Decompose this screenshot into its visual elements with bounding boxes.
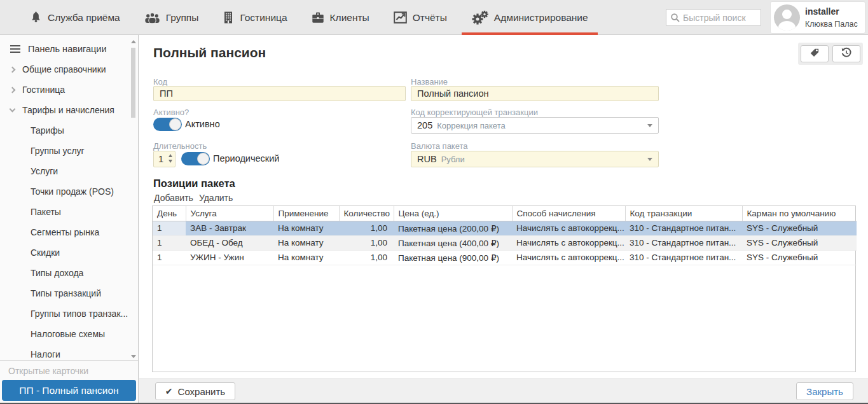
cell-service: УЖИН - Ужин (186, 250, 273, 265)
table-header-row: День Услуга Применение Количество Цена (… (153, 206, 857, 221)
currency-name: Рубли (441, 155, 465, 164)
column-header-method[interactable]: Способ начисления (512, 206, 625, 221)
column-header-day[interactable]: День (153, 206, 186, 221)
sidebar-item-common-directories[interactable]: Общие справочники (0, 59, 138, 80)
duration-stepper[interactable]: 1 (153, 151, 176, 167)
column-header-transaction[interactable]: Код транзакции (625, 206, 742, 221)
cell-day: 1 (153, 221, 186, 235)
sidebar-item-packages[interactable]: Пакеты (0, 202, 138, 222)
scroll-down-arrow[interactable] (131, 355, 136, 358)
tab-clients[interactable]: Клиенты (300, 0, 382, 35)
add-row-link[interactable]: Добавить (154, 193, 193, 203)
scroll-up-arrow[interactable] (131, 40, 136, 43)
building-icon (223, 11, 234, 24)
chevron-down-icon (10, 106, 16, 113)
tab-reports[interactable]: Отчёты (382, 0, 459, 35)
sidebar-item-transaction-types[interactable]: Типы транзакций (0, 283, 138, 303)
sidebar-item-label: Тарифы (31, 125, 64, 136)
sidebar-item-tariffs-charges[interactable]: Тарифы и начисления (0, 100, 138, 120)
delete-row-link[interactable]: Удалить (199, 193, 233, 203)
main-panel: Полный пансион Код ПП Название Полный па… (139, 35, 868, 403)
tab-front-desk[interactable]: Служба приёма (18, 0, 132, 35)
scrollbar-thumb[interactable] (131, 48, 135, 118)
line-chart-icon (394, 11, 407, 24)
sidebar-item-label: Налоги (31, 349, 60, 359)
cell-day: 1 (153, 235, 186, 250)
sidebar-item-label: Типы транзакций (31, 288, 101, 298)
sidebar-item-label: Пакеты (31, 207, 61, 217)
cell-pocket: SYS - Служебный (742, 235, 857, 250)
avatar (774, 4, 800, 31)
card-toolbar (798, 43, 863, 65)
sidebar-nav-header[interactable]: Панель навигации (0, 39, 138, 59)
tab-hotel[interactable]: Гостиница (210, 0, 299, 35)
correction-transaction-select[interactable]: 205 Коррекция пакета (411, 117, 659, 134)
sidebar-item-discounts[interactable]: Скидки (0, 242, 138, 263)
tag-icon (809, 47, 820, 61)
page-title: Полный пансион (153, 45, 266, 60)
history-button[interactable] (832, 45, 860, 62)
open-card-full-board[interactable]: ПП - Полный пансион (2, 380, 136, 401)
tab-label: Служба приёма (48, 12, 120, 24)
sidebar-item-tax-schemes[interactable]: Налоговые схемы (0, 324, 138, 344)
cell-application: На комнату (273, 221, 339, 235)
sidebar-item-services[interactable]: Услуги (0, 161, 138, 181)
tab-groups[interactable]: Группы (132, 0, 211, 35)
tags-button[interactable] (801, 45, 829, 62)
sidebar-item-hotel[interactable]: Гостиница (0, 80, 138, 100)
save-button[interactable]: ✔ Сохранить (155, 382, 235, 400)
cell-method: Начислять с автокоррекц... (512, 221, 625, 235)
tab-administration[interactable]: Администрирование (459, 0, 600, 35)
column-header-quantity[interactable]: Количество (339, 206, 394, 221)
sidebar-item-label: Общие справочники (22, 64, 106, 74)
cell-day: 1 (153, 250, 186, 265)
name-value: Полный пансион (417, 88, 489, 99)
sidebar-item-label: Скидки (31, 247, 60, 258)
table-row-lunch[interactable]: 1 ОБЕД - Обед На комнату 1,00 Пакетная ц… (153, 235, 857, 250)
users-icon (144, 11, 160, 24)
sidebar-item-income-types[interactable]: Типы дохода (0, 263, 138, 283)
search-input[interactable] (683, 10, 758, 25)
column-header-service[interactable]: Услуга (186, 206, 273, 221)
column-header-application[interactable]: Применение (273, 206, 339, 221)
active-toggle[interactable] (153, 118, 182, 131)
cell-transaction: 310 - Стандартное питан... (625, 250, 742, 265)
periodic-toggle[interactable] (181, 152, 210, 165)
duration-value: 1 (158, 154, 163, 164)
dropdown-caret-icon (647, 124, 652, 127)
code-field[interactable]: ПП (153, 86, 406, 101)
stepper-arrows-icon[interactable] (169, 154, 172, 163)
close-button[interactable]: Закрыть (796, 382, 853, 400)
sidebar-item-transaction-type-groups[interactable]: Группы типов транзак... (0, 303, 138, 324)
user-name: installer (805, 5, 858, 18)
sidebar-item-service-groups[interactable]: Группы услуг (0, 141, 138, 161)
correction-name: Коррекция пакета (437, 121, 505, 130)
column-header-price[interactable]: Цена (ед.) (394, 206, 512, 221)
table-row-breakfast[interactable]: 1 ЗАВ - Завтрак На комнату 1,00 Пакетная… (153, 221, 857, 235)
cell-transaction: 310 - Стандартное питан... (625, 235, 742, 250)
sidebar-item-label: Группы типов транзак... (31, 309, 128, 319)
currency-label: Валюта пакета (411, 141, 468, 151)
tab-label: Администрирование (494, 12, 588, 24)
sidebar-item-label: Сегменты рынка (31, 227, 99, 237)
column-header-pocket[interactable]: Карман по умолчанию (742, 206, 857, 221)
currency-code: RUB (417, 154, 437, 164)
user-menu[interactable]: installer Клюква Палас (770, 1, 865, 34)
magnifier-icon (670, 13, 680, 25)
cell-service: ОБЕД - Обед (186, 235, 273, 250)
chevron-right-icon (10, 87, 16, 93)
sidebar-item-pos[interactable]: Точки продаж (POS) (0, 181, 138, 202)
sidebar-item-tariffs[interactable]: Тарифы (0, 120, 138, 141)
sidebar-item-label: Группы услуг (31, 146, 85, 156)
toggle-knob (169, 118, 181, 130)
currency-select[interactable]: RUB Рубли (411, 151, 659, 167)
cell-pocket: SYS - Служебный (742, 250, 857, 265)
positions-heading: Позиции пакета (153, 178, 235, 190)
quick-search (666, 9, 761, 26)
table-row-dinner[interactable]: 1 УЖИН - Ужин На комнату 1,00 Пакетная ц… (153, 250, 857, 265)
tab-label: Клиенты (330, 12, 369, 24)
sidebar-scrollbar[interactable] (130, 40, 137, 358)
sidebar-item-market-segments[interactable]: Сегменты рынка (0, 222, 138, 242)
tab-label: Группы (166, 12, 199, 24)
name-field[interactable]: Полный пансион (411, 86, 659, 101)
